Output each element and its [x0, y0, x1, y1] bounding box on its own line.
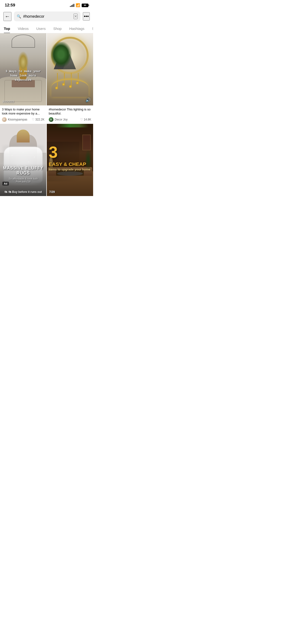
video-thumb-4: 3 EASY & CHEAP items to upgrade your hom…: [47, 124, 93, 196]
card3-buy-text: 🛍 Buy before it runs out: [8, 190, 42, 194]
more-options-button[interactable]: •••: [83, 12, 90, 20]
card1-title: 3 Ways to make your home look more expen…: [2, 107, 44, 116]
video-card-3[interactable]: MASSIVE FLUFFY RUGS So affordable & look…: [0, 124, 46, 196]
card2-likes: ♡ 14.8K: [80, 118, 91, 121]
video-card-4[interactable]: 3 EASY & CHEAP items to upgrade your hom…: [47, 124, 93, 196]
card2-author-name: Decor Joy: [55, 118, 67, 121]
card3-ad-badge: Ad: [2, 182, 9, 186]
card2-info: #homedecor This lighting is so beautiful…: [47, 106, 93, 123]
heart-icon-1: ♡: [32, 118, 35, 121]
clear-search-button[interactable]: ✕: [73, 14, 78, 19]
tab-sounds[interactable]: Sounds: [88, 24, 93, 33]
card1-avatar: K: [2, 117, 7, 122]
card2-author: D Decor Joy: [49, 117, 67, 122]
card1-likes: ♡ 322.2K: [32, 118, 44, 121]
card2-sound-icon[interactable]: 🔊: [85, 97, 91, 102]
battery-icon: 95: [82, 4, 88, 7]
card3-sub1: So affordable & look lush: [0, 177, 46, 180]
card4-easy-cheap-sub: items to upgrade your home: [49, 168, 91, 171]
card1-date-badge: 3/20/2023: [2, 100, 14, 103]
tab-videos[interactable]: Videos: [14, 24, 32, 33]
tab-shop[interactable]: Shop: [49, 24, 65, 33]
card1-author: K Kissmypampas: [2, 117, 27, 122]
search-input-wrap[interactable]: 🔍 #homedecor ✕: [14, 12, 80, 21]
tab-hashtags[interactable]: Hashtags: [65, 24, 88, 33]
card2-meta: D Decor Joy ♡ 14.8K: [49, 117, 91, 122]
status-time: 12:59: [5, 3, 15, 8]
card2-title: #homedecor This lighting is so beautiful…: [49, 107, 91, 116]
card3-title-text: MASSIVE FLUFFY RUGS: [0, 166, 46, 176]
card1-overlay-text: 3 Ways to make your home look more expen…: [0, 69, 46, 82]
wifi-icon: 📶: [76, 3, 80, 8]
status-icons: 📶 95: [70, 3, 88, 8]
tab-users[interactable]: Users: [32, 24, 49, 33]
card1-info: 3 Ways to make your home look more expen…: [0, 106, 46, 123]
card3-buy-badge: 🛍 🛍 Buy before it runs out: [0, 190, 46, 194]
card1-meta: K Kissmypampas ♡ 322.2K: [2, 117, 44, 122]
tabs-row: Top Videos Users Shop Hashtags Sounds Li…: [0, 24, 93, 33]
card4-slide-counter: 7/29: [49, 190, 55, 194]
heart-icon-2: ♡: [80, 118, 83, 121]
tab-top[interactable]: Top: [0, 24, 14, 33]
video-grid: 3 Ways to make your home look more expen…: [0, 33, 93, 196]
video-card-1[interactable]: 3 Ways to make your home look more expen…: [0, 33, 46, 123]
search-bar: ← 🔍 #homedecor ✕ •••: [0, 10, 93, 24]
signal-bars-icon: [70, 4, 74, 7]
video-thumb-1: 3 Ways to make your home look more expen…: [0, 33, 46, 106]
search-icon: 🔍: [17, 14, 21, 19]
card1-author-name: Kissmypampas: [8, 118, 27, 121]
video-thumb-3: MASSIVE FLUFFY RUGS So affordable & look…: [0, 124, 46, 196]
video-thumb-2: 🔊: [47, 33, 93, 106]
status-bar: 12:59 📶 95: [0, 0, 93, 10]
search-query-text: #homedecor: [23, 14, 72, 19]
shopping-bag-icon: 🛍: [4, 190, 7, 194]
back-button[interactable]: ←: [3, 12, 11, 21]
card2-avatar: D: [49, 117, 53, 122]
video-card-2[interactable]: 🔊 #homedecor This lighting is so beautif…: [47, 33, 93, 123]
card4-big3: 3: [49, 144, 58, 160]
card4-easy-cheap-title: EASY & CHEAP: [49, 161, 91, 167]
card4-easy-cheap: EASY & CHEAP items to upgrade your home: [49, 161, 91, 171]
